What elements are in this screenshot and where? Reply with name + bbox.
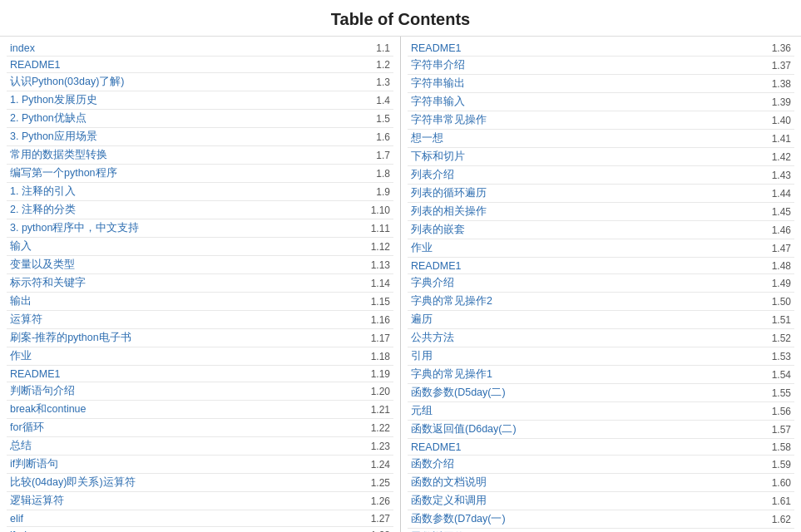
toc-link[interactable]: 遍历 [411,313,765,327]
toc-link[interactable]: if判断语句 [10,457,364,471]
toc-link[interactable]: 公共方法 [411,331,765,345]
table-row[interactable]: 函数介绍 1.59 [408,456,794,474]
table-row[interactable]: 函数参数(D5day(二) 1.55 [408,384,794,402]
toc-link[interactable]: 刷案-推荐的python电子书 [10,331,364,345]
table-row[interactable]: 公共方法 1.52 [408,329,794,347]
table-row[interactable]: 3. python程序中，中文支持 1.11 [7,219,393,238]
table-row[interactable]: README1 1.48 [408,258,794,274]
table-row[interactable]: elif 1.27 [7,510,393,527]
toc-link[interactable]: 作业 [411,241,765,255]
toc-link[interactable]: 字符串输入 [411,95,765,109]
toc-link[interactable]: for循环 [10,421,364,435]
table-row[interactable]: 2. 注释的分类 1.10 [7,201,393,219]
toc-link[interactable]: 3. Python应用场景 [10,130,369,144]
table-row[interactable]: 字符串输入 1.39 [408,93,794,111]
toc-link[interactable]: 引用 [411,349,765,363]
table-row[interactable]: 1. Python发展历史 1.4 [7,91,393,110]
toc-link[interactable]: 字符串介绍 [411,58,765,72]
table-row[interactable]: 下标和切片 1.42 [408,148,794,166]
table-row[interactable]: 总结 1.23 [7,437,393,456]
table-row[interactable]: 作业 1.18 [7,347,393,366]
table-row[interactable]: 想一想 1.41 [408,130,794,148]
table-row[interactable]: 常用的数据类型转换 1.7 [7,146,393,165]
table-row[interactable]: README1 1.19 [7,366,393,382]
table-row[interactable]: 逻辑运算符 1.26 [7,492,393,510]
toc-link[interactable]: 列表介绍 [411,168,765,182]
toc-link[interactable]: 变量以及类型 [10,258,364,272]
table-row[interactable]: 列表的相关操作 1.45 [408,203,794,221]
toc-link[interactable]: 编写第一个python程序 [10,166,369,180]
table-row[interactable]: 判断语句介绍 1.20 [7,382,393,401]
toc-link[interactable]: 字符串输出 [411,76,765,91]
table-row[interactable]: 编写第一个python程序 1.8 [7,165,393,183]
table-row[interactable]: 比较(04day)即关系)运算符 1.25 [7,474,393,492]
table-row[interactable]: 刷案-推荐的python电子书 1.17 [7,329,393,347]
toc-link[interactable]: 标示符和关键字 [10,276,364,290]
toc-link[interactable]: 字符串常见操作 [411,113,765,127]
table-row[interactable]: 字典的常见操作2 1.50 [408,293,794,311]
toc-link[interactable]: 列表的嵌套 [411,223,765,237]
toc-link[interactable]: 常用的数据类型转换 [10,148,369,162]
table-row[interactable]: if-else 1.28 [7,527,393,532]
table-row[interactable]: 函数返回值(D7day(一) 1.63 [408,529,794,532]
table-row[interactable]: 字符串介绍 1.37 [408,57,794,75]
table-row[interactable]: 作业 1.47 [408,239,794,258]
toc-link[interactable]: 字典介绍 [411,276,765,290]
toc-link[interactable]: 输入 [10,239,364,254]
toc-link[interactable]: if-else [10,530,364,533]
toc-link[interactable]: README1 [411,441,765,453]
table-row[interactable]: for循环 1.22 [7,419,393,437]
toc-link[interactable]: 作业 [10,349,364,363]
toc-link[interactable]: 1. 注释的引入 [10,185,369,199]
toc-link[interactable]: 函数的文档说明 [411,475,765,490]
toc-link[interactable]: index [10,42,369,54]
table-row[interactable]: 标示符和关键字 1.14 [7,274,393,293]
table-row[interactable]: 字符串输出 1.38 [408,75,794,93]
toc-link[interactable]: 函数参数(D7day(一) [411,512,765,526]
table-row[interactable]: break和continue 1.21 [7,401,393,419]
table-row[interactable]: README1 1.36 [408,40,794,57]
toc-link[interactable]: 运算符 [10,313,364,327]
table-row[interactable]: 引用 1.53 [408,347,794,366]
toc-link[interactable]: README1 [411,260,765,272]
toc-link[interactable]: 列表的相关操作 [411,204,765,219]
toc-link[interactable]: 3. python程序中，中文支持 [10,221,364,235]
table-row[interactable]: 列表介绍 1.43 [408,166,794,185]
table-row[interactable]: 字典介绍 1.49 [408,274,794,293]
toc-link[interactable]: 想一想 [411,131,765,145]
toc-link[interactable]: elif [10,513,364,525]
toc-link[interactable]: 逻辑运算符 [10,494,364,508]
toc-link[interactable]: 函数介绍 [411,457,765,471]
toc-link[interactable]: 下标和切片 [411,150,765,164]
table-row[interactable]: 函数的文档说明 1.60 [408,474,794,492]
toc-link[interactable]: 列表的循环遍历 [411,186,765,200]
toc-link[interactable]: 函数返回值(D6day(二) [411,422,765,436]
table-row[interactable]: 列表的循环遍历 1.44 [408,185,794,203]
toc-link[interactable]: README1 [10,59,369,71]
toc-link[interactable]: 认识Python(03day)了解) [10,75,369,89]
table-row[interactable]: 函数参数(D7day(一) 1.62 [408,510,794,529]
toc-link[interactable]: 1. Python发展历史 [10,93,369,107]
table-row[interactable]: 运算符 1.16 [7,311,393,329]
table-row[interactable]: 列表的嵌套 1.46 [408,221,794,239]
table-row[interactable]: 元组 1.56 [408,402,794,421]
table-row[interactable]: 遍历 1.51 [408,311,794,329]
toc-link[interactable]: README1 [10,368,364,380]
table-row[interactable]: 输入 1.12 [7,238,393,256]
toc-link[interactable]: 函数参数(D5day(二) [411,386,765,400]
table-row[interactable]: 3. Python应用场景 1.6 [7,128,393,146]
toc-link[interactable]: 2. 注释的分类 [10,203,364,217]
table-row[interactable]: 变量以及类型 1.13 [7,256,393,274]
toc-link[interactable]: 元组 [411,404,765,418]
table-row[interactable]: index 1.1 [7,40,393,57]
table-row[interactable]: if判断语句 1.24 [7,456,393,474]
table-row[interactable]: README1 1.58 [408,439,794,456]
table-row[interactable]: 1. 注释的引入 1.9 [7,183,393,201]
toc-link[interactable]: 比较(04day)即关系)运算符 [10,475,364,490]
toc-link[interactable]: 2. Python优缺点 [10,111,369,126]
table-row[interactable]: README1 1.2 [7,57,393,73]
toc-link[interactable]: 函数定义和调用 [411,494,765,508]
toc-link[interactable]: break和continue [10,402,364,416]
toc-link[interactable]: 总结 [10,439,364,453]
table-row[interactable]: 认识Python(03day)了解) 1.3 [7,73,393,91]
